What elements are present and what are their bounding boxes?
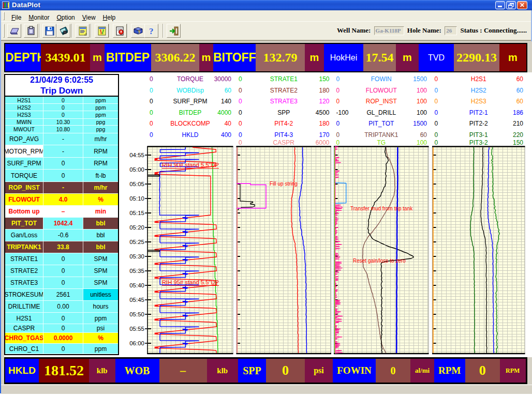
status-bar — [0, 385, 532, 393]
restore-button[interactable] — [506, 1, 516, 9]
row-value: 33.8 — [43, 241, 83, 253]
table-row-flowout-10: FLOWOUT4.0% — [5, 194, 118, 206]
bottom-banner-value-spp: 0 — [266, 359, 305, 383]
table-row-rop-avg-5: ROP_AVG-m/hr — [5, 133, 118, 145]
row-unit: % — [83, 333, 118, 343]
row-unit: ppm — [83, 344, 118, 354]
menu-item-view[interactable]: View — [82, 14, 96, 21]
bottom-banner-unit-fowin: al/mi — [410, 359, 434, 383]
table-row-rop-inst-9: ROP_INST-m/hr — [5, 182, 118, 194]
hole-name-field[interactable]: 26 — [445, 26, 457, 35]
top-banner-label-bitoff: BITOFF — [213, 44, 256, 71]
row-unit: unitless — [83, 289, 118, 300]
row-unit: ppg — [83, 126, 118, 133]
help-icon-shape: ? — [146, 26, 157, 36]
time-label-0500: 05:00 — [129, 166, 144, 173]
row-label: TRIPTANK1 — [5, 241, 43, 253]
menu-bar: FileMonitorOptionViewHelp — [1, 10, 531, 22]
top-banner-value-bitoff: 132.79 — [256, 44, 305, 71]
bottom-banner-label-wob: WOB — [115, 359, 159, 383]
open-plot-icon-shape — [10, 28, 19, 33]
save-disk-button[interactable] — [56, 24, 70, 38]
minimize-button[interactable] — [495, 1, 505, 9]
well-name-field[interactable]: Ga-K118P — [374, 26, 404, 35]
menu-item-file[interactable]: File — [11, 14, 21, 21]
toolbar-separator — [39, 24, 40, 38]
exit-button[interactable] — [167, 24, 181, 38]
time-label-0510: 05:10 — [129, 195, 144, 202]
row-unit: bbl — [83, 241, 118, 253]
time-label-0550: 05:50 — [129, 311, 144, 317]
row-unit: m/hr — [83, 133, 118, 145]
row-label: H2S2 — [5, 104, 43, 111]
top-banner-value-tvd: 2290.13 — [454, 44, 499, 71]
restore-icon-back — [508, 5, 512, 8]
window-border-left — [0, 10, 1, 393]
time-label-0530: 05:30 — [129, 253, 144, 259]
table-row-chro-c1-23: CHRO_C10ppm — [5, 344, 118, 354]
row-unit: ppm — [83, 111, 118, 118]
table-row-mwin-3: MWIN10.30ppg — [5, 119, 118, 126]
row-label: DRILLTIME — [5, 301, 43, 312]
client-area: DEPTH3439.01mBITDEP3306.22mBITOFF132.79m… — [1, 40, 532, 394]
row-value: – — [43, 206, 83, 217]
row-label: CHRO_TGAS — [5, 333, 43, 343]
activity-text: Trip Down — [5, 86, 118, 96]
row-label: Gan/Loss — [5, 230, 43, 241]
help-book-icon-shape: ? — [138, 29, 141, 35]
row-value: -0.6 — [43, 230, 83, 241]
open-plot-icon-shape — [9, 26, 20, 36]
time-label-0520: 05:20 — [129, 224, 144, 231]
row-unit: SPM — [83, 277, 118, 288]
top-banner-value-depth: 3439.01 — [41, 44, 90, 71]
open-plot-icon-shape — [10, 33, 18, 34]
bottom-banner-unit-spp: psi — [305, 359, 333, 383]
table-row-strokesum-18: STROKESUM2561unitless — [5, 289, 118, 301]
plot-settings-button[interactable] — [95, 24, 109, 38]
top-banner-label-tvd: TVD — [419, 44, 454, 71]
row-unit: RPM — [83, 145, 118, 157]
table-row-strate1-15: STRATE10SPM — [5, 253, 118, 265]
help-book-button[interactable]: ? — [131, 24, 145, 38]
top-banner-unit-hokhei: m — [396, 44, 419, 71]
memo-notes-icon-shape — [80, 27, 86, 29]
memo-notes-button[interactable] — [76, 24, 90, 38]
menu-item-help[interactable]: Help — [103, 14, 116, 21]
menu-grip[interactable] — [3, 12, 5, 20]
open-plot-button[interactable] — [7, 24, 21, 38]
table-header: 21/04/29 6:02:55 Trip Down — [5, 75, 118, 97]
save-icon-shape — [50, 27, 51, 29]
top-banner-label-depth: DEPTH — [5, 44, 41, 71]
help-button[interactable]: ? — [144, 24, 158, 38]
row-value: 0 — [43, 97, 83, 103]
help-book-icon-shape: ? — [133, 26, 143, 36]
top-banner-unit-bitdep: m — [199, 44, 213, 71]
close-button[interactable]: ✕ — [517, 1, 527, 9]
table-row-drilltime-19: DRILLTIME0.00hours — [5, 301, 118, 313]
row-value: 0 — [43, 277, 83, 288]
row-unit: % — [83, 194, 118, 205]
toolbar: ?? Well Name: Ga-K118P Hole Name: 26 Sta… — [1, 22, 531, 40]
readings-table: 21/04/29 6:02:55 Trip Down H2S10ppmH2S20… — [4, 74, 119, 355]
toolbar-grip[interactable] — [3, 24, 5, 38]
app-icon-stripe — [3, 3, 4, 8]
chart-annotation-4: Transfer mud from trip tank — [350, 206, 413, 211]
datetime-text: 21/04/29 6:02:55 — [5, 75, 118, 85]
row-label: ROP_INST — [5, 182, 43, 193]
clipboard-button[interactable] — [24, 24, 38, 38]
menu-item-option[interactable]: Option — [56, 14, 75, 21]
title-bar[interactable]: DataPlot ✕ — [0, 0, 532, 10]
row-label: STRATE3 — [5, 277, 43, 288]
save-disk-icon-shape — [64, 31, 66, 34]
minimize-icon — [498, 6, 502, 7]
menu-item-monitor[interactable]: Monitor — [28, 14, 49, 21]
table-row-surf-rpm-7: SURF_RPM0RPM — [5, 158, 118, 170]
top-banner-value-hokhei: 17.54 — [363, 44, 396, 71]
exit-icon-shape — [175, 28, 178, 34]
strip-chart[interactable]: 04:5505:0005:0505:1005:1505:2005:2505:30… — [119, 73, 532, 357]
save-button[interactable] — [42, 24, 56, 38]
alarm-report-button[interactable] — [113, 24, 127, 38]
bottom-banner-value-rpm: 0 — [465, 359, 500, 383]
plot-settings-icon-shape — [97, 26, 107, 36]
table-row-bottom-up-11: Bottom up–min — [5, 206, 118, 218]
